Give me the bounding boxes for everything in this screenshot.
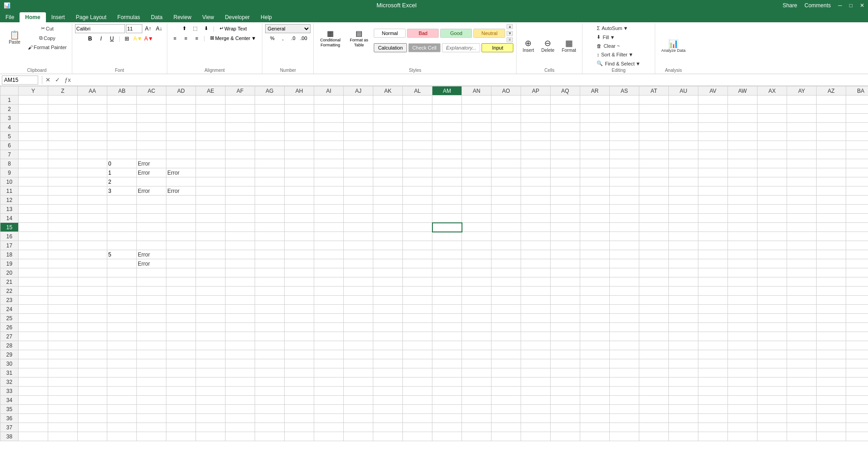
cell-ac9[interactable]: Error bbox=[137, 168, 166, 177]
cell-y7[interactable] bbox=[19, 150, 48, 159]
align-middle-button[interactable]: ⬚ bbox=[190, 25, 200, 33]
cell-y11[interactable] bbox=[19, 186, 48, 196]
cell-au3[interactable] bbox=[669, 114, 698, 123]
cell-al18[interactable] bbox=[403, 250, 432, 259]
cell-av32[interactable] bbox=[698, 377, 728, 387]
row-num-32[interactable]: 32 bbox=[0, 377, 19, 387]
cell-at31[interactable] bbox=[639, 368, 669, 377]
cell-ab28[interactable] bbox=[107, 341, 137, 350]
style-explanatory[interactable]: Explanatory... bbox=[442, 43, 480, 52]
cell-aq16[interactable] bbox=[551, 232, 580, 241]
cell-ae29[interactable] bbox=[196, 350, 226, 359]
col-ap[interactable]: AP bbox=[521, 86, 551, 96]
style-calculation[interactable]: Calculation bbox=[374, 43, 406, 52]
cell-ba37[interactable] bbox=[846, 423, 868, 432]
cell-aj13[interactable] bbox=[344, 205, 373, 214]
cell-ay13[interactable] bbox=[787, 205, 817, 214]
cell-ao17[interactable] bbox=[492, 241, 521, 250]
cell-as13[interactable] bbox=[610, 205, 639, 214]
cell-as1[interactable] bbox=[610, 96, 639, 105]
cell-au6[interactable] bbox=[669, 141, 698, 150]
cell-at32[interactable] bbox=[639, 377, 669, 387]
cell-ad6[interactable] bbox=[166, 141, 196, 150]
cell-aw36[interactable] bbox=[728, 414, 758, 423]
cell-aq6[interactable] bbox=[551, 141, 580, 150]
clear-button[interactable]: 🗑 Clear ~ bbox=[594, 42, 622, 50]
cell-at9[interactable] bbox=[639, 168, 669, 177]
cell-ax10[interactable] bbox=[758, 177, 787, 186]
cell-an14[interactable] bbox=[462, 214, 492, 223]
cell-ab32[interactable] bbox=[107, 377, 137, 387]
cell-aj22[interactable] bbox=[344, 287, 373, 296]
cell-aa20[interactable] bbox=[78, 268, 107, 277]
cell-af21[interactable] bbox=[226, 277, 255, 287]
cell-ak13[interactable] bbox=[373, 205, 403, 214]
cell-ao33[interactable] bbox=[492, 387, 521, 396]
cell-ae2[interactable] bbox=[196, 105, 226, 114]
cell-ar36[interactable] bbox=[580, 414, 610, 423]
cell-af2[interactable] bbox=[226, 105, 255, 114]
cell-as38[interactable] bbox=[610, 432, 639, 441]
cell-ao5[interactable] bbox=[492, 132, 521, 141]
cell-ag7[interactable] bbox=[255, 150, 285, 159]
cell-ah31[interactable] bbox=[285, 368, 314, 377]
cell-aa27[interactable] bbox=[78, 332, 107, 341]
cell-ad14[interactable] bbox=[166, 214, 196, 223]
cell-z6[interactable] bbox=[48, 141, 78, 150]
cell-ay21[interactable] bbox=[787, 277, 817, 287]
cell-aj6[interactable] bbox=[344, 141, 373, 150]
cell-ap12[interactable] bbox=[521, 196, 551, 205]
cell-aw11[interactable] bbox=[728, 186, 758, 196]
cell-ac2[interactable] bbox=[137, 105, 166, 114]
cell-aa1[interactable] bbox=[78, 96, 107, 105]
cell-ba10[interactable] bbox=[846, 177, 868, 186]
format-button[interactable]: ▦ Format bbox=[558, 32, 579, 60]
cell-ap11[interactable] bbox=[521, 186, 551, 196]
cell-ai28[interactable] bbox=[314, 341, 344, 350]
cell-ak33[interactable] bbox=[373, 387, 403, 396]
cell-aw10[interactable] bbox=[728, 177, 758, 186]
cell-ae3[interactable] bbox=[196, 114, 226, 123]
cell-au25[interactable] bbox=[669, 314, 698, 323]
cell-av21[interactable] bbox=[698, 277, 728, 287]
cell-aw23[interactable] bbox=[728, 296, 758, 305]
cell-ay22[interactable] bbox=[787, 287, 817, 296]
cell-aw24[interactable] bbox=[728, 305, 758, 314]
styles-scroll-down[interactable]: ▼ bbox=[507, 31, 513, 36]
cell-aa32[interactable] bbox=[78, 377, 107, 387]
cell-ai4[interactable] bbox=[314, 123, 344, 132]
cell-ad37[interactable] bbox=[166, 423, 196, 432]
cell-al14[interactable] bbox=[403, 214, 432, 223]
cell-am11[interactable] bbox=[432, 186, 462, 196]
row-num-34[interactable]: 34 bbox=[0, 396, 19, 405]
cell-ag27[interactable] bbox=[255, 332, 285, 341]
cell-ar8[interactable] bbox=[580, 159, 610, 168]
cell-aq8[interactable] bbox=[551, 159, 580, 168]
cell-an24[interactable] bbox=[462, 305, 492, 314]
cell-ao26[interactable] bbox=[492, 323, 521, 332]
tab-file[interactable]: File bbox=[0, 12, 20, 22]
cell-am20[interactable] bbox=[432, 268, 462, 277]
cell-an11[interactable] bbox=[462, 186, 492, 196]
cell-ak18[interactable] bbox=[373, 250, 403, 259]
row-num-21[interactable]: 21 bbox=[0, 277, 19, 287]
cell-ad9[interactable]: Error bbox=[166, 168, 196, 177]
cell-an4[interactable] bbox=[462, 123, 492, 132]
cell-ab15[interactable] bbox=[107, 223, 137, 232]
cell-ae18[interactable] bbox=[196, 250, 226, 259]
cell-at26[interactable] bbox=[639, 323, 669, 332]
cell-ba12[interactable] bbox=[846, 196, 868, 205]
cell-ax1[interactable] bbox=[758, 96, 787, 105]
cell-ax3[interactable] bbox=[758, 114, 787, 123]
cell-ad19[interactable] bbox=[166, 259, 196, 268]
cell-ae11[interactable] bbox=[196, 186, 226, 196]
cell-al22[interactable] bbox=[403, 287, 432, 296]
cell-az33[interactable] bbox=[817, 387, 846, 396]
cell-z32[interactable] bbox=[48, 377, 78, 387]
cell-ao4[interactable] bbox=[492, 123, 521, 132]
cell-ao31[interactable] bbox=[492, 368, 521, 377]
cell-aj17[interactable] bbox=[344, 241, 373, 250]
cell-ax4[interactable] bbox=[758, 123, 787, 132]
cell-y28[interactable] bbox=[19, 341, 48, 350]
cell-ak15[interactable] bbox=[373, 223, 403, 232]
